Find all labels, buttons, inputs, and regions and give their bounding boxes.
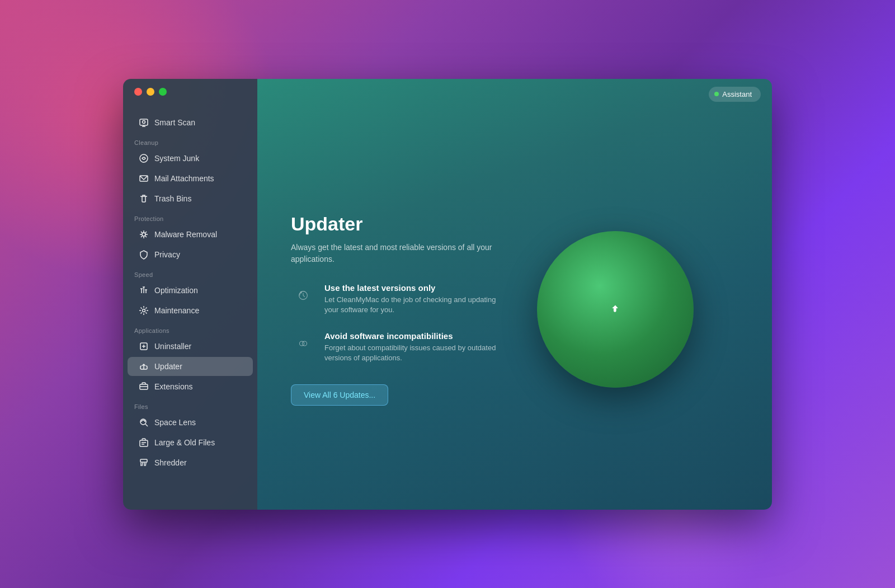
- sidebar-item-space-lens[interactable]: Space Lens: [128, 413, 253, 432]
- assistant-status-dot: [714, 92, 719, 96]
- malware-removal-label: Malware Removal: [154, 230, 217, 239]
- svg-line-12: [145, 236, 147, 237]
- main-content: Assistant Updater Always get the latest …: [257, 79, 772, 510]
- updater-icon: [139, 361, 149, 371]
- sidebar-item-updater[interactable]: Updater: [128, 357, 253, 376]
- sidebar-item-malware-removal[interactable]: Malware Removal: [128, 225, 253, 244]
- feature-desc-incompatibilities: Forget about compatibility issues caused…: [324, 343, 503, 363]
- updater-label: Updater: [154, 362, 182, 371]
- assistant-label: Assistant: [722, 90, 752, 98]
- sidebar-item-maintenance[interactable]: Maintenance: [128, 301, 253, 320]
- section-label-applications: Applications: [123, 321, 257, 336]
- svg-rect-30: [140, 440, 148, 446]
- svg-rect-0: [140, 119, 148, 125]
- maintenance-label: Maintenance: [154, 306, 199, 315]
- svg-point-39: [299, 341, 304, 345]
- sidebar-item-uninstaller[interactable]: Uninstaller: [128, 337, 253, 356]
- sidebar-item-mail-attachments[interactable]: Mail Attachments: [128, 169, 253, 188]
- trash-icon: [139, 194, 149, 204]
- sidebar-item-system-junk[interactable]: System Junk: [128, 149, 253, 168]
- svg-line-14: [141, 236, 143, 237]
- page-title: Updater: [291, 213, 503, 235]
- feature-item-incompatibilities: Avoid software incompatibilities Forget …: [291, 331, 503, 363]
- shredder-label: Shredder: [154, 458, 187, 467]
- system-junk-icon: [139, 153, 149, 163]
- optimization-icon: [139, 285, 149, 295]
- feature-desc-latest: Let CleanMyMac do the job of checking an…: [324, 295, 503, 315]
- shredder-icon: [139, 458, 149, 468]
- large-files-icon: [139, 438, 149, 448]
- feature-title-latest: Use the latest versions only: [324, 283, 503, 293]
- svg-line-37: [145, 463, 146, 466]
- maintenance-icon: [139, 305, 149, 316]
- sidebar-item-optimization[interactable]: Optimization: [128, 281, 253, 300]
- maximize-button[interactable]: [159, 88, 167, 96]
- svg-line-29: [145, 424, 148, 426]
- latest-versions-icon: [291, 283, 315, 308]
- smart-scan-label: Smart Scan: [154, 118, 195, 127]
- assistant-button[interactable]: Assistant: [709, 87, 761, 102]
- smart-scan-icon: [139, 117, 149, 128]
- close-button[interactable]: [134, 88, 142, 96]
- section-label-protection: Protection: [123, 209, 257, 224]
- window-controls: [134, 88, 167, 96]
- space-lens-icon: [139, 417, 149, 427]
- sidebar-item-trash-bins[interactable]: Trash Bins: [128, 189, 253, 208]
- sidebar-item-shredder[interactable]: Shredder: [128, 453, 253, 472]
- incompatibilities-icon: [291, 331, 315, 356]
- sidebar: Smart Scan Cleanup System Junk Mail Atta…: [123, 79, 257, 510]
- sidebar-item-large-old-files[interactable]: Large & Old Files: [128, 433, 253, 452]
- svg-point-6: [142, 233, 145, 236]
- svg-point-4: [140, 154, 148, 162]
- right-panel: [537, 231, 694, 388]
- main-header: Assistant: [257, 79, 772, 110]
- minimize-button[interactable]: [147, 88, 154, 96]
- system-junk-label: System Junk: [154, 154, 199, 163]
- uninstaller-icon: [139, 341, 149, 351]
- feature-title-incompatibilities: Avoid software incompatibilities: [324, 331, 503, 341]
- mail-icon: [139, 173, 149, 184]
- updater-arrow-svg: [610, 304, 620, 314]
- trash-bins-label: Trash Bins: [154, 194, 191, 203]
- space-lens-label: Space Lens: [154, 418, 196, 427]
- feature-text-incompatibilities: Avoid software incompatibilities Forget …: [324, 331, 503, 363]
- svg-line-11: [141, 232, 143, 233]
- extensions-icon: [139, 382, 149, 392]
- view-updates-button[interactable]: View All 6 Updates...: [291, 384, 388, 406]
- section-label-speed: Speed: [123, 265, 257, 280]
- updater-icon-graphic: [537, 231, 694, 388]
- mail-attachments-label: Mail Attachments: [154, 174, 214, 183]
- optimization-label: Optimization: [154, 286, 198, 295]
- sidebar-item-smart-scan[interactable]: Smart Scan: [128, 113, 253, 132]
- svg-rect-33: [140, 459, 147, 462]
- svg-line-35: [142, 463, 143, 466]
- left-panel: Updater Always get the latest and most r…: [291, 213, 503, 406]
- feature-item-latest: Use the latest versions only Let CleanMy…: [291, 283, 503, 315]
- large-old-files-label: Large & Old Files: [154, 438, 215, 447]
- section-label-cleanup: Cleanup: [123, 133, 257, 148]
- app-window: Smart Scan Cleanup System Junk Mail Atta…: [123, 79, 772, 510]
- malware-icon: [139, 229, 149, 239]
- privacy-icon: [139, 250, 149, 260]
- svg-line-13: [145, 232, 147, 233]
- view-updates-label: View All 6 Updates...: [304, 391, 375, 399]
- content-area: Updater Always get the latest and most r…: [257, 110, 772, 510]
- page-subtitle: Always get the latest and most reliable …: [291, 242, 503, 265]
- svg-point-3: [143, 120, 145, 123]
- svg-point-40: [302, 341, 307, 345]
- sidebar-item-privacy[interactable]: Privacy: [128, 245, 253, 264]
- section-label-files: Files: [123, 397, 257, 412]
- privacy-label: Privacy: [154, 250, 180, 259]
- extensions-label: Extensions: [154, 382, 192, 391]
- feature-text-latest: Use the latest versions only Let CleanMy…: [324, 283, 503, 315]
- svg-point-21: [143, 309, 145, 312]
- uninstaller-label: Uninstaller: [154, 342, 191, 351]
- sidebar-item-extensions[interactable]: Extensions: [128, 377, 253, 396]
